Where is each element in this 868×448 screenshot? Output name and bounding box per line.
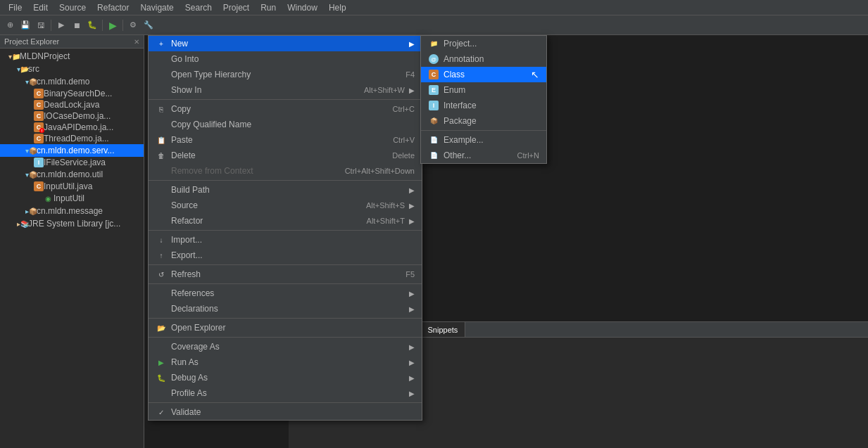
package-icon-util: ▾📦 [25,169,37,180]
toolbar-btn-7[interactable]: ⚙ [126,18,140,32]
tree-label-util: cn.mldn.demo.util [37,169,144,179]
ctx-import-label: Import... [171,235,202,245]
sub-enum-icon: E [428,84,439,96]
ctx-paste[interactable]: 📋 Paste Ctrl+V [149,132,422,148]
ctx-paste-shortcut: Ctrl+V [393,136,415,144]
tree-item-javaapi[interactable]: C! JavaAPIDemo.ja... [0,122,144,133]
toolbar-btn-run[interactable]: ▶ [106,18,120,32]
ctx-validate-label: Validate [171,407,201,417]
ctx-openhierarchy[interactable]: Open Type Hierarchy F4 [149,67,422,82]
project-explorer-close[interactable]: ✕ [134,38,139,46]
menu-search[interactable]: Search [180,1,218,14]
menu-help[interactable]: Help [323,1,352,14]
toolbar-sep-1 [51,20,51,31]
sub-interface[interactable]: I Interface [421,98,546,113]
context-menu: + New ▶ Go Into Open Type Hierarchy F4 S… [148,35,422,421]
tree-item-thread[interactable]: C ThreadDemo.ja... [0,133,144,144]
menu-navigate[interactable]: Navigate [134,1,179,14]
ctx-references[interactable]: References ▶ [149,286,422,301]
ctx-coverageas[interactable]: Coverage As ▶ [149,339,422,354]
ctx-remove-shortcut: Ctrl+Alt+Shift+Down [345,167,415,175]
ctx-removefromctx[interactable]: Remove from Context Ctrl+Alt+Shift+Down [149,163,422,179]
ctx-gointo-label: Go Into [171,54,199,64]
sub-enum[interactable]: E Enum [421,82,546,98]
menu-window[interactable]: Window [282,1,323,14]
ctx-validate[interactable]: ✓ Validate [149,404,422,420]
sub-project[interactable]: 📁 Project... [421,36,546,51]
ctx-export[interactable]: ↑ Export... [149,248,422,263]
tree-item-package-util[interactable]: ▾📦 cn.mldn.demo.util [0,168,144,181]
ctx-ref-label: References [171,288,214,298]
tree-item-ifileservice[interactable]: I IFileService.java [0,157,144,168]
package-icon-serv: ▾📦 [25,145,37,156]
ctx-copyqual[interactable]: Copy Qualified Name [149,117,422,132]
sub-annotation[interactable]: @ Annotation [421,51,546,67]
tree-item-inpututil-inner[interactable]: ◉ InputUtil [0,192,144,205]
ctx-openexplorer[interactable]: 📂 Open Explorer [149,320,422,335]
class-icon-javaapi: C! [34,122,44,132]
sub-sep-1 [421,130,546,131]
ctx-showin[interactable]: Show In Alt+Shift+W ▶ [149,82,422,98]
tree-item-mldnproject[interactable]: ▾📁 MLDNProject [0,50,144,63]
tree-item-package-message[interactable]: ▸📦 cn.mldn.message [0,205,144,217]
menu-run[interactable]: Run [255,1,282,14]
ctx-gointo[interactable]: Go Into [149,51,422,67]
ctx-delete[interactable]: 🗑 Delete Delete [149,148,422,163]
tree-label-inpututil-inner: InputUtil [54,193,144,203]
tree-item-package-serv[interactable]: ▾📦 cn.mldn.demo.serv... [0,144,144,157]
toolbar-btn-1[interactable]: ⊕ [3,18,17,32]
toolbar-btn-debug[interactable]: 🐛 [85,18,99,32]
sub-other[interactable]: 📄 Other... Ctrl+N [421,148,546,163]
sub-class[interactable]: C Class ↖ [421,67,546,82]
toolbar-btn-8[interactable]: 🔧 [141,18,156,32]
toolbar-btn-3[interactable]: 🖫 [34,18,48,32]
ctx-cov-arrow: ▶ [409,343,415,351]
class-icon-binary: C [34,89,44,98]
ctx-buildpath[interactable]: Build Path ▶ [149,182,422,198]
ctx-buildpath-arrow: ▶ [409,186,415,194]
toolbar-btn-5[interactable]: ⏹ [70,18,84,32]
tree-item-binarysearch[interactable]: C BinarySearchDe... [0,88,144,99]
sub-example[interactable]: 📄 Example... [421,132,546,148]
ctx-openexp-icon: 📂 [156,322,167,333]
tree-item-jre[interactable]: ▸📚 JRE System Library [jc... [0,217,144,230]
ctx-refresh[interactable]: ↺ Refresh F5 [149,267,422,282]
ctx-cov-icon [156,341,167,352]
sub-package-label: Package [444,116,477,126]
menu-file[interactable]: File [3,1,27,14]
menu-edit[interactable]: Edit [27,1,54,14]
ctx-refresh-icon: ↺ [156,269,167,280]
ctx-debugas[interactable]: 🐛 Debug As ▶ [149,370,422,385]
tree-item-inpututil-java[interactable]: C InputUtil.java [0,181,144,192]
ctx-paste-label: Paste [171,135,193,145]
ctx-copyqual-icon [156,119,167,130]
ctx-validate-icon: ✓ [156,407,167,418]
ctx-source[interactable]: Source Alt+Shift+S ▶ [149,198,422,213]
ctx-import[interactable]: ↓ Import... [149,232,422,248]
ctx-refactor[interactable]: Refactor Alt+Shift+T ▶ [149,213,422,229]
ctx-runas[interactable]: ▶ Run As ▶ [149,354,422,370]
sub-other-shortcut: Ctrl+N [517,151,539,160]
ctx-copy[interactable]: ⎘ Copy Ctrl+C [149,101,422,117]
package-icon-demo: ▾📦 [25,76,37,87]
menu-project[interactable]: Project [218,1,255,14]
tree-item-deadlock[interactable]: C DeadLock.java [0,99,144,110]
ctx-profile-arrow: ▶ [409,390,415,397]
ctx-profile-icon [156,388,167,399]
tree-item-package-demo[interactable]: ▾📦 cn.mldn.demo [0,75,144,88]
tree-item-iocase[interactable]: C IOCaseDemo.ja... [0,110,144,122]
ctx-new[interactable]: + New ▶ [149,36,422,51]
tab-snippets[interactable]: Snippets [421,322,466,337]
ctx-hier-shortcut: F4 [405,70,415,79]
tree-item-src[interactable]: ▾📂 src [0,63,144,75]
menu-refactor[interactable]: Refactor [92,1,134,14]
ctx-source-arrow: ▶ [409,202,415,210]
ctx-profileas[interactable]: Profile As ▶ [149,385,422,401]
toolbar-btn-2[interactable]: 💾 [18,18,32,32]
ctx-profile-label: Profile As [171,388,207,398]
ctx-sep-5 [149,283,422,284]
ctx-declarations[interactable]: Declarations ▶ [149,301,422,316]
sub-package[interactable]: 📦 Package [421,113,546,129]
menu-source[interactable]: Source [54,1,92,14]
toolbar-btn-4[interactable]: ▶ [54,18,68,32]
